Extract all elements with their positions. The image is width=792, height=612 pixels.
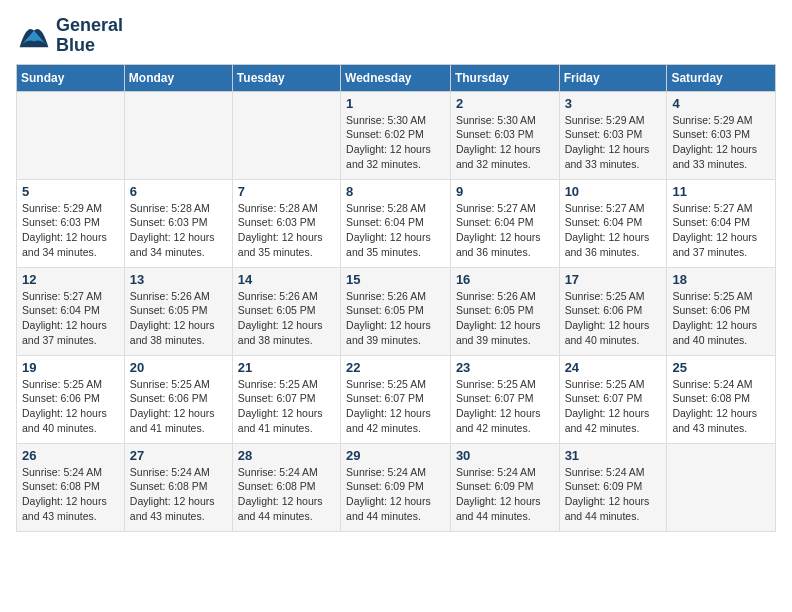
day-info: Sunrise: 5:29 AM Sunset: 6:03 PM Dayligh… [565,113,662,172]
day-number: 9 [456,184,554,199]
day-number: 30 [456,448,554,463]
calendar-cell: 23Sunrise: 5:25 AM Sunset: 6:07 PM Dayli… [450,355,559,443]
calendar-cell: 9Sunrise: 5:27 AM Sunset: 6:04 PM Daylig… [450,179,559,267]
day-number: 19 [22,360,119,375]
day-info: Sunrise: 5:29 AM Sunset: 6:03 PM Dayligh… [22,201,119,260]
day-number: 8 [346,184,445,199]
calendar-week-row: 26Sunrise: 5:24 AM Sunset: 6:08 PM Dayli… [17,443,776,531]
day-number: 20 [130,360,227,375]
calendar-week-row: 19Sunrise: 5:25 AM Sunset: 6:06 PM Dayli… [17,355,776,443]
day-info: Sunrise: 5:26 AM Sunset: 6:05 PM Dayligh… [130,289,227,348]
day-info: Sunrise: 5:26 AM Sunset: 6:05 PM Dayligh… [456,289,554,348]
calendar-cell: 6Sunrise: 5:28 AM Sunset: 6:03 PM Daylig… [124,179,232,267]
day-number: 27 [130,448,227,463]
day-number: 29 [346,448,445,463]
day-number: 16 [456,272,554,287]
weekday-header-thursday: Thursday [450,64,559,91]
day-number: 7 [238,184,335,199]
day-info: Sunrise: 5:24 AM Sunset: 6:08 PM Dayligh… [130,465,227,524]
calendar-cell: 21Sunrise: 5:25 AM Sunset: 6:07 PM Dayli… [232,355,340,443]
calendar-cell: 2Sunrise: 5:30 AM Sunset: 6:03 PM Daylig… [450,91,559,179]
day-info: Sunrise: 5:28 AM Sunset: 6:03 PM Dayligh… [238,201,335,260]
day-number: 13 [130,272,227,287]
calendar-week-row: 1Sunrise: 5:30 AM Sunset: 6:02 PM Daylig… [17,91,776,179]
calendar-cell: 30Sunrise: 5:24 AM Sunset: 6:09 PM Dayli… [450,443,559,531]
calendar-cell: 15Sunrise: 5:26 AM Sunset: 6:05 PM Dayli… [341,267,451,355]
day-number: 3 [565,96,662,111]
calendar-cell: 25Sunrise: 5:24 AM Sunset: 6:08 PM Dayli… [667,355,776,443]
logo-icon [16,18,52,54]
day-info: Sunrise: 5:25 AM Sunset: 6:06 PM Dayligh… [22,377,119,436]
calendar-week-row: 5Sunrise: 5:29 AM Sunset: 6:03 PM Daylig… [17,179,776,267]
calendar-cell [17,91,125,179]
day-number: 6 [130,184,227,199]
calendar-cell: 8Sunrise: 5:28 AM Sunset: 6:04 PM Daylig… [341,179,451,267]
day-info: Sunrise: 5:25 AM Sunset: 6:07 PM Dayligh… [346,377,445,436]
day-number: 24 [565,360,662,375]
day-info: Sunrise: 5:24 AM Sunset: 6:09 PM Dayligh… [456,465,554,524]
day-number: 11 [672,184,770,199]
day-number: 4 [672,96,770,111]
calendar-cell: 29Sunrise: 5:24 AM Sunset: 6:09 PM Dayli… [341,443,451,531]
calendar-cell [667,443,776,531]
day-info: Sunrise: 5:25 AM Sunset: 6:07 PM Dayligh… [456,377,554,436]
day-info: Sunrise: 5:27 AM Sunset: 6:04 PM Dayligh… [565,201,662,260]
calendar-cell: 4Sunrise: 5:29 AM Sunset: 6:03 PM Daylig… [667,91,776,179]
calendar-table: SundayMondayTuesdayWednesdayThursdayFrid… [16,64,776,532]
calendar-cell: 22Sunrise: 5:25 AM Sunset: 6:07 PM Dayli… [341,355,451,443]
logo-text: General Blue [56,16,123,56]
calendar-cell [124,91,232,179]
day-info: Sunrise: 5:29 AM Sunset: 6:03 PM Dayligh… [672,113,770,172]
day-number: 1 [346,96,445,111]
day-info: Sunrise: 5:25 AM Sunset: 6:06 PM Dayligh… [130,377,227,436]
calendar-week-row: 12Sunrise: 5:27 AM Sunset: 6:04 PM Dayli… [17,267,776,355]
page-header: General Blue [16,16,776,56]
weekday-header-friday: Friday [559,64,667,91]
calendar-cell: 10Sunrise: 5:27 AM Sunset: 6:04 PM Dayli… [559,179,667,267]
day-info: Sunrise: 5:27 AM Sunset: 6:04 PM Dayligh… [22,289,119,348]
calendar-cell: 7Sunrise: 5:28 AM Sunset: 6:03 PM Daylig… [232,179,340,267]
day-info: Sunrise: 5:30 AM Sunset: 6:03 PM Dayligh… [456,113,554,172]
day-info: Sunrise: 5:24 AM Sunset: 6:08 PM Dayligh… [22,465,119,524]
day-number: 2 [456,96,554,111]
day-info: Sunrise: 5:24 AM Sunset: 6:09 PM Dayligh… [346,465,445,524]
calendar-cell: 12Sunrise: 5:27 AM Sunset: 6:04 PM Dayli… [17,267,125,355]
weekday-header-sunday: Sunday [17,64,125,91]
calendar-cell: 14Sunrise: 5:26 AM Sunset: 6:05 PM Dayli… [232,267,340,355]
day-number: 22 [346,360,445,375]
day-number: 28 [238,448,335,463]
calendar-cell: 5Sunrise: 5:29 AM Sunset: 6:03 PM Daylig… [17,179,125,267]
calendar-cell: 13Sunrise: 5:26 AM Sunset: 6:05 PM Dayli… [124,267,232,355]
day-info: Sunrise: 5:26 AM Sunset: 6:05 PM Dayligh… [238,289,335,348]
day-number: 18 [672,272,770,287]
day-number: 31 [565,448,662,463]
calendar-cell: 19Sunrise: 5:25 AM Sunset: 6:06 PM Dayli… [17,355,125,443]
day-info: Sunrise: 5:25 AM Sunset: 6:07 PM Dayligh… [238,377,335,436]
calendar-cell: 28Sunrise: 5:24 AM Sunset: 6:08 PM Dayli… [232,443,340,531]
calendar-cell [232,91,340,179]
day-info: Sunrise: 5:26 AM Sunset: 6:05 PM Dayligh… [346,289,445,348]
logo: General Blue [16,16,123,56]
day-info: Sunrise: 5:25 AM Sunset: 6:06 PM Dayligh… [672,289,770,348]
day-number: 15 [346,272,445,287]
day-number: 14 [238,272,335,287]
calendar-cell: 17Sunrise: 5:25 AM Sunset: 6:06 PM Dayli… [559,267,667,355]
day-info: Sunrise: 5:28 AM Sunset: 6:03 PM Dayligh… [130,201,227,260]
calendar-cell: 26Sunrise: 5:24 AM Sunset: 6:08 PM Dayli… [17,443,125,531]
calendar-cell: 31Sunrise: 5:24 AM Sunset: 6:09 PM Dayli… [559,443,667,531]
calendar-cell: 3Sunrise: 5:29 AM Sunset: 6:03 PM Daylig… [559,91,667,179]
calendar-cell: 27Sunrise: 5:24 AM Sunset: 6:08 PM Dayli… [124,443,232,531]
day-info: Sunrise: 5:25 AM Sunset: 6:06 PM Dayligh… [565,289,662,348]
calendar-cell: 18Sunrise: 5:25 AM Sunset: 6:06 PM Dayli… [667,267,776,355]
weekday-header-wednesday: Wednesday [341,64,451,91]
weekday-header-tuesday: Tuesday [232,64,340,91]
calendar-cell: 20Sunrise: 5:25 AM Sunset: 6:06 PM Dayli… [124,355,232,443]
day-number: 5 [22,184,119,199]
weekday-header-monday: Monday [124,64,232,91]
day-info: Sunrise: 5:30 AM Sunset: 6:02 PM Dayligh… [346,113,445,172]
day-info: Sunrise: 5:27 AM Sunset: 6:04 PM Dayligh… [672,201,770,260]
day-info: Sunrise: 5:24 AM Sunset: 6:08 PM Dayligh… [672,377,770,436]
day-number: 23 [456,360,554,375]
day-number: 21 [238,360,335,375]
day-number: 25 [672,360,770,375]
